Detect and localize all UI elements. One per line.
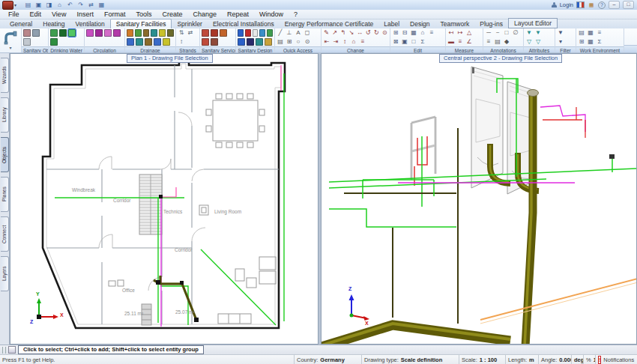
login-button[interactable]: Login [560,1,573,8]
tool-icon[interactable]: ↦ [456,29,464,37]
status-drawing-type[interactable]: Drawing type:Scale definition [361,355,459,364]
sidebar-tab-library[interactable]: Library [1,97,9,133]
tool-icon[interactable]: ⊥ [286,29,293,37]
tool-icon[interactable]: □ [503,29,510,37]
tool-icon[interactable] [154,38,161,46]
tab-teamwork[interactable]: Teamwork [435,19,475,28]
sidebar-tab-connect[interactable]: Connect [1,216,9,252]
sync-icon[interactable]: ⇄ [87,1,95,9]
tool-icon[interactable]: ▬ [447,38,455,46]
tool-icon[interactable] [202,29,209,37]
tool-icon[interactable] [259,29,265,37]
tab-general[interactable]: General [4,19,37,28]
tool-icon[interactable]: ~ [494,29,501,37]
menu-repeat[interactable]: Repeat [222,10,254,18]
tool-icon[interactable]: ▼ [534,29,542,37]
tool-icon[interactable] [127,38,134,46]
tool-icon[interactable] [68,29,76,37]
tool-icon[interactable] [211,38,218,46]
sidebar-tab-planes[interactable]: Planes [1,177,9,212]
tool-icon[interactable]: ⊞ [286,38,293,46]
tool-icon[interactable]: Σ [419,38,426,46]
tab-energy-performance-certificate[interactable]: Energy Performance Certificate [280,19,379,28]
tab-design[interactable]: Design [405,19,435,28]
save-icon[interactable]: ▣ [34,1,43,9]
tool-icon[interactable]: ≡ [485,38,492,46]
tool-icon[interactable]: ╱ [277,29,284,37]
tool-icon[interactable] [247,38,254,46]
tool-icon[interactable] [238,29,244,37]
menu-[interactable]: ? [289,10,303,18]
status-angle-unit[interactable]: deg [571,355,583,364]
tool-icon[interactable]: ▼ [557,29,564,37]
tool-icon[interactable] [265,38,272,46]
tool-icon[interactable]: ⇥ [332,38,339,46]
tool-icon[interactable]: ▽ [525,38,533,46]
tool-icon[interactable] [151,29,157,37]
shop-icon[interactable]: ▦ [588,1,595,8]
app-icon[interactable] [2,1,13,10]
tool-icon[interactable] [245,29,251,37]
tool-icon[interactable]: ↺ [365,29,372,37]
sidebar-tab-layers[interactable]: Layers [1,256,9,291]
tool-icon[interactable]: ▤ [578,29,585,37]
tab-electrical-installations[interactable]: Electrical Installations [208,19,280,28]
tool-icon[interactable] [113,29,121,37]
menu-view[interactable]: View [46,10,71,18]
tool-icon[interactable] [32,29,40,37]
menu-file[interactable]: File [3,10,25,18]
settings-icon[interactable]: ▦ [97,1,106,9]
tool-icon[interactable] [143,29,150,37]
perspective-canvas[interactable] [321,54,637,345]
tool-icon[interactable]: ⌂ [350,38,357,46]
tab-plug-ins[interactable]: Plug-ins [474,19,508,28]
tool-icon[interactable]: ▦ [587,29,594,37]
tool-icon[interactable]: ⊞ [578,38,585,46]
tool-icon[interactable]: ─ [485,29,492,37]
tab-heating[interactable]: Heating [37,19,70,28]
tool-icon[interactable]: ≡ [359,38,366,46]
menu-window[interactable]: Window [254,10,289,18]
tool-icon[interactable]: ⊞ [392,29,399,37]
tool-icon[interactable] [86,29,94,37]
tool-icon[interactable] [159,29,166,37]
tab-sprinkler[interactable]: Sprinkler [172,19,208,28]
tool-icon[interactable]: △ [465,29,473,37]
tool-icon[interactable]: ▾ [557,38,564,46]
tool-icon[interactable]: ∠ [465,38,473,46]
tool-icon[interactable] [50,29,58,37]
tool-icon[interactable] [135,29,142,37]
tool-icon[interactable] [256,38,263,46]
floor-plan-canvas[interactable] [10,54,318,345]
tool-icon[interactable]: ○ [295,38,302,46]
tool-icon[interactable]: ≡ [456,38,464,46]
tool-icon[interactable]: ⇅ [178,29,185,37]
undo-icon[interactable]: ↶ [66,1,74,9]
tool-icon[interactable] [95,29,103,37]
plan-viewport-title[interactable]: Plan 1 - Drawing File Selection [127,54,213,63]
tool-icon[interactable]: ▦ [587,38,594,46]
tool-icon[interactable]: ≡ [596,29,603,37]
command-prompt[interactable]: Click to select; Ctrl+click to add; Shif… [18,345,204,354]
status-country[interactable]: Country:Germany [294,355,361,364]
menu-change[interactable]: Change [187,10,222,18]
sidebar-tab-objects[interactable]: Objects [1,137,9,172]
perspective-viewport[interactable]: Central perspective 2 - Drawing File Sel… [321,53,637,345]
tool-icon[interactable] [136,38,143,46]
menu-edit[interactable]: Edit [25,10,47,18]
tool-icon[interactable]: ⇤ [323,38,330,46]
menu-create[interactable]: Create [157,10,187,18]
tool-icon[interactable]: ▼ [525,29,533,37]
tool-icon[interactable]: ⊙ [381,29,388,37]
tool-icon[interactable]: ◻ [304,29,311,37]
tab-sanitary-facilities[interactable]: Sanitary Facilities [110,19,172,28]
tool-icon[interactable]: ▤ [277,38,284,46]
tab-ventilation[interactable]: Ventilation [70,19,110,28]
save-all-icon[interactable]: ◨ [45,1,53,9]
tool-icon[interactable]: ↔ [357,29,363,37]
help-icon[interactable]: ? [598,1,606,9]
tool-icon[interactable]: ▽ [534,38,542,46]
menu-format[interactable]: Format [99,10,131,18]
tool-icon[interactable] [220,29,227,37]
tool-icon[interactable] [253,29,259,37]
